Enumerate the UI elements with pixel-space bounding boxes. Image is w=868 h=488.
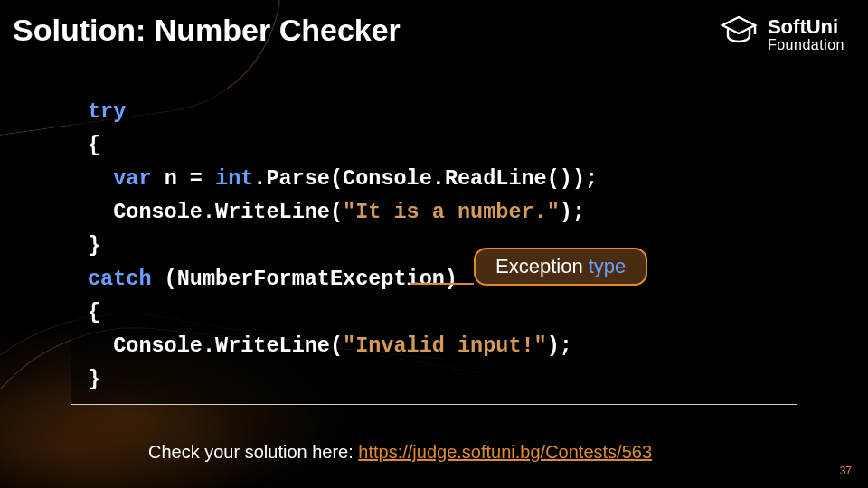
callout-type-keyword: type [589,255,627,277]
annotation-callout: Exception type [474,248,647,286]
code-block: try { var n = int.Parse(Console.ReadLine… [71,89,797,405]
page-number: 37 [840,465,852,477]
graduation-cap-icon [719,14,759,54]
code-content: try { var n = int.Parse(Console.ReadLine… [88,95,784,396]
footer-prefix: Check your solution here: [148,442,358,462]
brand-logo: SoftUni Foundation [719,14,844,54]
callout-connector [410,283,474,285]
logo-text-line2: Foundation [768,38,844,52]
footer: Check your solution here: https://judge.… [148,442,652,463]
callout-text: Exception [495,255,589,277]
solution-link[interactable]: https://judge.softuni.bg/Contests/563 [358,442,652,462]
logo-text-line1: SoftUni [768,17,844,37]
